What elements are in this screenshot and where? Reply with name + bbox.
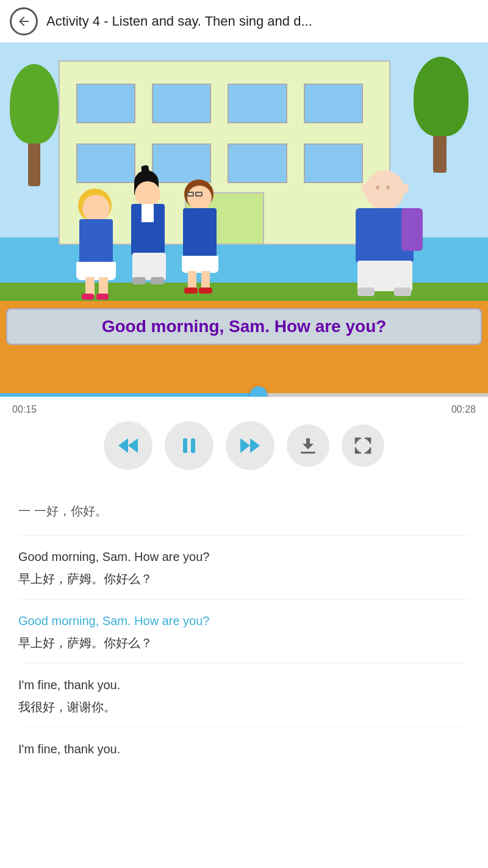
svg-marker-5 <box>250 438 260 453</box>
svg-rect-6 <box>301 452 315 454</box>
transcript-line-en: Good morning, Sam. How are you? <box>18 548 470 565</box>
fullscreen-button[interactable] <box>342 424 384 467</box>
transcript-item-active[interactable]: Good morning, Sam. How are you? 早上好，萨姆。你… <box>18 600 470 664</box>
subtitle-text: Good morning, Sam. How are you? <box>102 317 387 336</box>
partial-text: 一 一好，你好。 <box>18 494 470 523</box>
svg-rect-3 <box>191 438 195 453</box>
svg-marker-4 <box>240 438 250 453</box>
svg-marker-0 <box>118 438 128 453</box>
transcript-partial: 一 一好，你好。 <box>18 482 470 536</box>
transcript-line-zh: 早上好，萨姆。你好么？ <box>18 570 470 587</box>
video-progress-bar[interactable] <box>0 393 488 397</box>
right-tree <box>414 57 468 173</box>
control-buttons-row <box>12 421 476 470</box>
video-player[interactable]: Good morning, Sam. How are you? <box>0 43 488 397</box>
forward-button[interactable] <box>226 421 274 470</box>
page-title: Activity 4 - Listen and say. Then sing a… <box>46 13 312 29</box>
pause-button[interactable] <box>165 421 214 470</box>
app-header: Activity 4 - Listen and say. Then sing a… <box>0 0 488 43</box>
time-display: 00:15 00:28 <box>12 404 476 415</box>
rewind-button[interactable] <box>104 421 152 470</box>
left-tree <box>10 64 59 186</box>
transcript-line-en: I'm fine, thank you. <box>18 676 470 693</box>
back-button[interactable] <box>10 7 38 35</box>
player-controls: 00:15 00:28 <box>0 397 488 482</box>
transcript-item[interactable]: Good morning, Sam. How are you? 早上好，萨姆。你… <box>18 536 470 600</box>
progress-fill <box>0 393 259 397</box>
transcript-area: 一 一好，你好。 Good morning, Sam. How are you?… <box>0 482 488 775</box>
transcript-item-last[interactable]: I'm fine, thank you. <box>18 728 470 775</box>
subtitle-bar: Good morning, Sam. How are you? <box>6 308 482 345</box>
transcript-line-zh: 我很好，谢谢你。 <box>18 698 470 715</box>
transcript-line-en: I'm fine, thank you. <box>18 740 470 758</box>
character-sam <box>353 170 420 305</box>
total-time: 00:28 <box>451 404 476 415</box>
download-button[interactable] <box>287 424 329 467</box>
transcript-item[interactable]: I'm fine, thank you. 我很好，谢谢你。 <box>18 664 470 728</box>
svg-rect-2 <box>183 438 187 453</box>
current-time: 00:15 <box>12 404 37 415</box>
character-group-left <box>73 170 226 305</box>
svg-marker-1 <box>128 438 138 453</box>
transcript-line-en-active: Good morning, Sam. How are you? <box>18 612 470 629</box>
transcript-line-zh: 早上好，萨姆。你好么？ <box>18 634 470 651</box>
